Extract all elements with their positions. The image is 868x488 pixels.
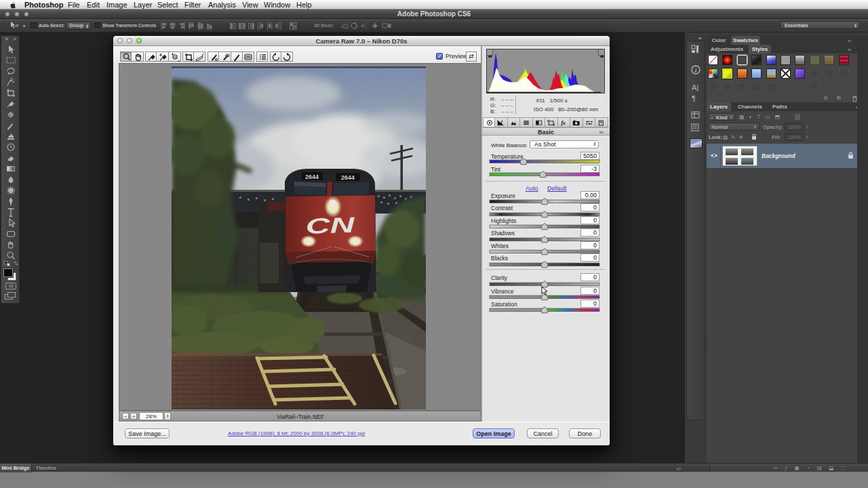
- svg-text:¶: ¶: [692, 94, 696, 102]
- svg-text:i: i: [695, 67, 697, 74]
- svg-text:fx: fx: [561, 120, 566, 126]
- svg-text:A|: A|: [692, 83, 698, 92]
